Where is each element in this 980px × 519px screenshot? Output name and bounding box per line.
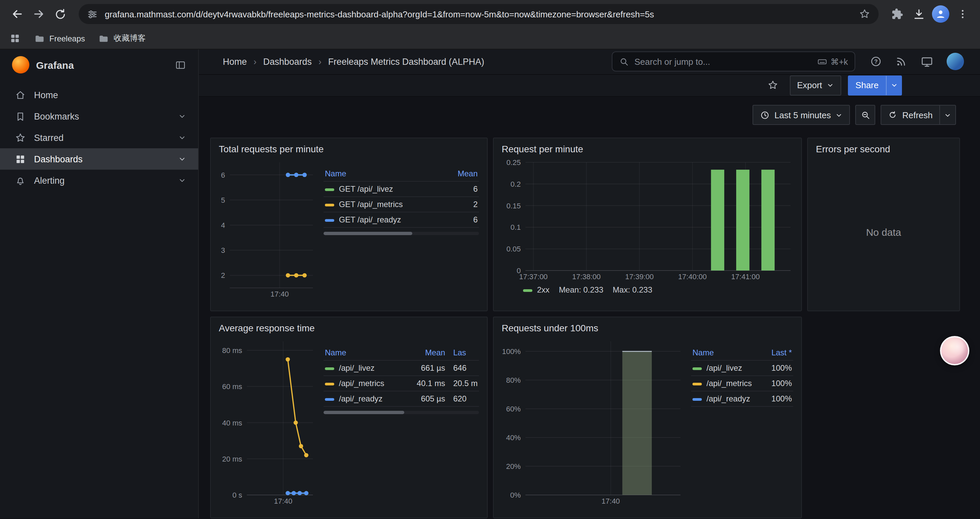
sidebar: Grafana Home Bookmarks Starred bbox=[0, 50, 199, 518]
breadcrumb-separator: › bbox=[318, 57, 321, 67]
refresh-button[interactable]: Refresh bbox=[881, 105, 940, 125]
panel-title[interactable]: Errors per second bbox=[815, 142, 953, 157]
reload-icon bbox=[54, 8, 66, 21]
dashboard-canvas: Last 5 minutes Refresh bbox=[199, 97, 980, 518]
svg-text:17:38:00: 17:38:00 bbox=[572, 273, 601, 281]
browser-toolbar: grafana.mathmast.com/d/deytv4rwavabkb/fr… bbox=[0, 0, 980, 28]
downloads-button[interactable] bbox=[908, 3, 929, 25]
panel-legend-inline[interactable]: 2xx Mean: 0.233 Max: 0.233 bbox=[500, 281, 795, 295]
svg-text:40%: 40% bbox=[506, 433, 521, 442]
user-avatar[interactable] bbox=[947, 53, 964, 70]
dock-menu-icon[interactable] bbox=[175, 59, 186, 70]
grafana-app: Grafana Home Bookmarks Starred bbox=[0, 50, 980, 518]
panel-grid: Total requests per minute 6543217:40 Nam… bbox=[199, 125, 980, 518]
panel-title[interactable]: Total requests per minute bbox=[218, 142, 480, 157]
url-text[interactable]: grafana.mathmast.com/d/deytv4rwavabkb/fr… bbox=[105, 9, 852, 19]
legend-row[interactable]: /api/_livez 100% bbox=[691, 360, 793, 376]
legend-row[interactable]: GET /api/_metrics 2 bbox=[323, 197, 479, 212]
chevron-down-icon bbox=[178, 176, 186, 184]
requests-under-100ms-chart[interactable]: 100%80%60%40%20%0%17:40 bbox=[500, 336, 684, 506]
apps-grid-icon[interactable] bbox=[10, 33, 21, 44]
chevron-down-icon bbox=[890, 82, 897, 89]
bookmarks-bar: Freeleaps 收藏博客 bbox=[0, 28, 980, 50]
chevron-down-icon bbox=[827, 82, 834, 89]
mean-stat: Mean: 0.233 bbox=[559, 285, 603, 295]
request-per-minute-chart[interactable]: 0.250.20.150.10.05017:37:0017:38:0017:39… bbox=[500, 157, 795, 281]
panel-title[interactable]: Request per minute bbox=[500, 142, 795, 157]
refresh-interval-button[interactable] bbox=[940, 105, 956, 125]
legend-row[interactable]: /api/_metrics 40.1 ms 20.5 m bbox=[323, 376, 479, 391]
total-requests-chart[interactable]: 6543217:40 bbox=[218, 157, 317, 299]
clock-icon bbox=[760, 110, 770, 120]
legend-column-mean[interactable]: Mean bbox=[405, 345, 446, 360]
search-input[interactable]: Search or jump to... ⌘+k bbox=[612, 52, 855, 72]
svg-text:0%: 0% bbox=[510, 491, 521, 499]
bookmark-star-icon[interactable] bbox=[859, 8, 870, 20]
breadcrumb-home[interactable]: Home bbox=[223, 57, 247, 67]
time-range-picker[interactable]: Last 5 minutes bbox=[752, 105, 850, 125]
dashboard-toolbar: Export Share bbox=[199, 75, 980, 97]
chevron-down-icon bbox=[178, 155, 186, 163]
sidebar-item-bookmarks[interactable]: Bookmarks bbox=[0, 105, 198, 127]
svg-text:17:40: 17:40 bbox=[274, 497, 292, 505]
url-bar[interactable]: grafana.mathmast.com/d/deytv4rwavabkb/fr… bbox=[79, 4, 878, 24]
series-label: 2xx bbox=[537, 285, 549, 295]
favorite-dashboard-button[interactable] bbox=[763, 75, 783, 96]
bookmark-icon bbox=[15, 110, 26, 122]
site-settings-icon[interactable] bbox=[87, 8, 98, 20]
chevron-down-icon bbox=[178, 134, 186, 142]
legend-column-name[interactable]: Name bbox=[323, 166, 445, 181]
legend-column-mean[interactable]: Mean bbox=[445, 166, 479, 181]
chevron-down-icon bbox=[944, 111, 951, 118]
panel-title[interactable]: Requests under 100ms bbox=[500, 321, 795, 336]
legend-row[interactable]: /api/_readyz 605 µs 620 bbox=[323, 391, 479, 406]
panel-legend: Name Last * /api/_livez 100% bbox=[684, 336, 795, 514]
share-button[interactable]: Share bbox=[848, 75, 886, 96]
sidebar-item-dashboards[interactable]: Dashboards bbox=[0, 148, 198, 170]
share-menu-button[interactable] bbox=[886, 75, 902, 96]
breadcrumb-dashboards[interactable]: Dashboards bbox=[263, 57, 312, 67]
legend-scrollbar[interactable] bbox=[323, 232, 479, 235]
help-icon[interactable]: ? bbox=[870, 56, 882, 68]
legend-row[interactable]: GET /api/_livez 6 bbox=[323, 181, 479, 197]
reload-button[interactable] bbox=[49, 3, 71, 25]
bookmark-folder-freeleaps[interactable]: Freeleaps bbox=[34, 33, 85, 44]
svg-text:80%: 80% bbox=[506, 376, 521, 385]
svg-text:0.1: 0.1 bbox=[511, 223, 521, 232]
news-rss-icon[interactable] bbox=[895, 56, 907, 68]
svg-text:17:39:00: 17:39:00 bbox=[625, 273, 654, 281]
legend-column-name[interactable]: Name bbox=[691, 345, 765, 360]
legend-column-last[interactable]: Las bbox=[447, 345, 479, 360]
panel-errors-per-second: Errors per second No data bbox=[807, 137, 960, 311]
legend-column-last[interactable]: Last * bbox=[765, 345, 793, 360]
panel-title[interactable]: Average response time bbox=[218, 321, 480, 336]
bookmark-folder-blogs[interactable]: 收藏博客 bbox=[99, 33, 146, 44]
legend-column-name[interactable]: Name bbox=[323, 345, 405, 360]
refresh-icon bbox=[888, 110, 897, 120]
sidebar-item-starred[interactable]: Starred bbox=[0, 127, 198, 148]
svg-text:5: 5 bbox=[221, 196, 225, 204]
legend-row[interactable]: /api/_livez 661 µs 646 bbox=[323, 360, 479, 376]
average-response-time-chart[interactable]: 80 ms60 ms40 ms20 ms0 s17:40 bbox=[218, 336, 317, 506]
back-icon bbox=[11, 7, 24, 21]
monitor-icon[interactable] bbox=[921, 56, 933, 68]
legend-row[interactable]: /api/_metrics 100% bbox=[691, 376, 793, 391]
svg-text:0.25: 0.25 bbox=[506, 158, 521, 167]
extensions-button[interactable] bbox=[886, 3, 908, 25]
export-button[interactable]: Export bbox=[789, 75, 841, 96]
forward-button[interactable] bbox=[28, 3, 49, 25]
back-button[interactable] bbox=[7, 3, 28, 25]
legend-scrollbar[interactable] bbox=[323, 411, 479, 414]
series-swatch bbox=[325, 188, 334, 191]
sidebar-item-alerting[interactable]: Alerting bbox=[0, 170, 198, 191]
header-icons: ? bbox=[870, 53, 964, 70]
legend-row[interactable]: /api/_readyz 100% bbox=[691, 391, 793, 406]
sidebar-item-home[interactable]: Home bbox=[0, 84, 198, 105]
grafana-logo[interactable] bbox=[12, 56, 29, 73]
legend-row[interactable]: GET /api/_readyz 6 bbox=[323, 212, 479, 227]
zoom-out-button[interactable] bbox=[856, 105, 876, 125]
browser-menu-button[interactable] bbox=[952, 3, 973, 25]
max-stat: Max: 0.233 bbox=[613, 285, 652, 295]
floating-assistant-avatar[interactable] bbox=[940, 336, 969, 366]
browser-profile-avatar[interactable] bbox=[932, 5, 949, 23]
